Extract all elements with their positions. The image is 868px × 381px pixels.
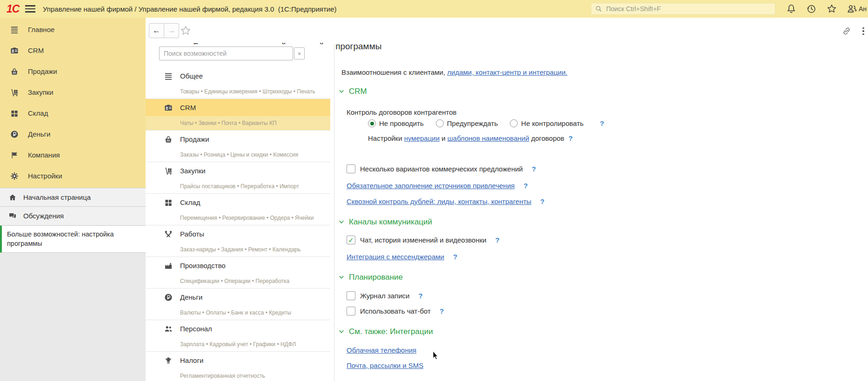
multi-offers-checkbox[interactable] xyxy=(347,164,355,173)
radio-icon[interactable] xyxy=(368,119,376,127)
feature-item[interactable]: ОбщееТовары • Единицы измерения • Штрихк… xyxy=(146,67,330,99)
sidebar-item-company[interactable]: Компания xyxy=(0,145,146,165)
feature-item-sub: Перемещения • Резервирование • Ордера • … xyxy=(146,211,330,225)
sidebar-item-main[interactable]: Главное xyxy=(0,19,146,40)
money-icon xyxy=(10,130,19,138)
help-icon[interactable]: ? xyxy=(600,119,604,127)
intro-link[interactable]: лидами, контакт-центр и интеграции. xyxy=(447,68,568,76)
sidebar-item-sales[interactable]: Продажи xyxy=(0,61,146,82)
radio-option[interactable]: Предупреждать xyxy=(436,119,498,127)
radio-icon[interactable] xyxy=(436,119,444,127)
sidebar-item-discussions[interactable]: Обсуждения xyxy=(0,206,146,225)
intro-text: Взаимоотношения с клиентами, xyxy=(341,68,447,76)
feature-item[interactable]: ПроизводствоСпецификации • Операции • Пе… xyxy=(146,257,330,289)
radio-icon[interactable] xyxy=(510,119,518,127)
warehouse-icon xyxy=(164,198,173,207)
numbering-prefix: Настройки xyxy=(368,134,404,142)
numbering-link[interactable]: нумерации xyxy=(404,134,440,142)
multi-offers-row[interactable]: Несколько вариантов коммерческих предлож… xyxy=(347,164,536,173)
more-menu-icon[interactable] xyxy=(861,26,866,37)
main-menu-icon[interactable] xyxy=(25,0,35,18)
get-link-icon[interactable] xyxy=(841,26,852,36)
help-icon[interactable]: ? xyxy=(540,197,544,205)
feature-search-input[interactable] xyxy=(163,49,289,58)
feature-item[interactable]: СкладПеремещения • Резервирование • Орде… xyxy=(146,194,330,225)
help-icon[interactable]: ? xyxy=(495,236,500,244)
crm-icon xyxy=(10,46,19,55)
sidebar-nav: ГлавноеCRMПродажиЗакупкиСкладДеньгиКомпа… xyxy=(0,18,146,188)
global-search-input[interactable] xyxy=(605,5,771,13)
feature-item[interactable]: ПродажиЗаказы • Розница • Цены и скидки … xyxy=(146,131,330,162)
numbering-settings-line: Настройки нумерации и шаблонов наименова… xyxy=(368,134,573,142)
cloud-phone-link[interactable]: Облачная телефония xyxy=(347,346,416,354)
section-planning-label: Планирование xyxy=(349,273,403,282)
forward-button[interactable] xyxy=(164,23,179,38)
sidebar-item-warehouse[interactable]: Склад xyxy=(0,103,146,124)
works-icon xyxy=(164,230,173,238)
feature-item[interactable]: CRMЧаты • Звонки • Почта • Варианты КП xyxy=(146,99,330,131)
sidebar-item-crm[interactable]: CRM xyxy=(0,40,146,61)
templates-link[interactable]: шаблонов наименований xyxy=(447,134,529,142)
section-channels[interactable]: Каналы коммуникаций xyxy=(338,217,432,227)
radio-label: Не контролировать xyxy=(521,119,583,127)
feature-item[interactable]: РаботыЗаказ-наряды • Задания • Ремонт • … xyxy=(146,225,330,257)
radio-option[interactable]: Не контролировать xyxy=(510,119,583,127)
help-icon[interactable]: ? xyxy=(419,292,423,300)
open-window-tab[interactable]: Больше возможностей: настройка программы xyxy=(0,225,146,253)
back-button[interactable] xyxy=(149,23,164,38)
chatbot-checkbox[interactable] xyxy=(347,307,355,315)
feature-item[interactable]: ДеньгиВалюты • Оплаты • Банк и касса • К… xyxy=(146,289,330,320)
home-icon xyxy=(8,193,17,202)
help-icon[interactable]: ? xyxy=(440,307,444,315)
feature-item-label: Общее xyxy=(180,72,203,80)
favorite-star-icon[interactable] xyxy=(180,25,191,36)
messengers-link[interactable]: Интеграция с мессенджерами xyxy=(347,253,444,261)
feature-item[interactable]: НалогиРегламентированная отчетность xyxy=(146,352,330,381)
chat-label: Чат, история изменений и видеозвонки xyxy=(360,236,487,244)
mail-sms-row: Почта, рассылки и SMS xyxy=(347,361,423,369)
sources-row: Обязательное заполнение источников привл… xyxy=(347,182,528,190)
1c-logo: 1С xyxy=(7,0,19,18)
history-button[interactable] xyxy=(806,0,816,18)
chevron-down-icon xyxy=(338,328,345,335)
sidebar-item-label: Главное xyxy=(28,26,54,33)
journal-checkbox[interactable] xyxy=(347,291,355,300)
clear-search-button[interactable]: × xyxy=(294,47,305,59)
feature-search-box[interactable] xyxy=(159,46,293,60)
duplicates-link[interactable]: Сквозной контроль дублей: лиды, контакты… xyxy=(347,197,531,205)
current-user[interactable]: Ан xyxy=(859,0,867,18)
radio-option[interactable]: Не проводить xyxy=(368,119,424,127)
chat-checkbox[interactable] xyxy=(347,236,355,244)
discussions-icon xyxy=(8,212,17,220)
multi-offers-label: Несколько вариантов коммерческих предлож… xyxy=(360,165,523,173)
help-icon[interactable]: ? xyxy=(568,134,573,142)
help-icon[interactable]: ? xyxy=(532,165,536,173)
feature-item-label: Закупки xyxy=(180,167,206,175)
sidebar-item-settings[interactable]: Настройки xyxy=(0,165,146,186)
sidebar-item-label: Компания xyxy=(28,151,60,159)
mail-sms-link[interactable]: Почта, рассылки и SMS xyxy=(347,361,423,369)
intro-line: Взаимоотношения с клиентами, лидами, кон… xyxy=(341,68,568,76)
sources-link[interactable]: Обязательное заполнение источников привл… xyxy=(347,182,514,190)
help-icon[interactable]: ? xyxy=(453,253,457,261)
favorites-button[interactable] xyxy=(827,0,837,18)
search-icon xyxy=(595,5,602,13)
chatbot-row[interactable]: Использовать чат-бот ? xyxy=(347,307,444,315)
users-button[interactable] xyxy=(847,0,857,18)
feature-item[interactable]: ЗакупкиПрайсы поставщиков • Переработка … xyxy=(146,162,330,194)
sidebar-item-home[interactable]: Начальная страница xyxy=(0,188,146,206)
section-crm[interactable]: CRM xyxy=(338,87,367,96)
sidebar-item-purchases[interactable]: Закупки xyxy=(0,82,146,103)
numbering-suffix: договоров xyxy=(529,134,565,142)
sidebar-discussions-label: Обсуждения xyxy=(23,212,64,220)
sidebar-item-money[interactable]: Деньги xyxy=(0,124,146,145)
feature-item[interactable]: ПерсоналЗарплата • Кадровый учет • Графи… xyxy=(146,320,330,352)
section-see-also[interactable]: См. также: Интеграции xyxy=(338,327,433,336)
chat-row[interactable]: Чат, история изменений и видеозвонки ? xyxy=(347,236,500,244)
taxes-icon xyxy=(164,356,173,365)
journal-row[interactable]: Журнал записи ? xyxy=(347,291,423,300)
notifications-button[interactable] xyxy=(786,0,796,18)
global-search-box[interactable] xyxy=(591,3,775,15)
help-icon[interactable]: ? xyxy=(523,182,527,190)
section-planning[interactable]: Планирование xyxy=(338,273,403,282)
